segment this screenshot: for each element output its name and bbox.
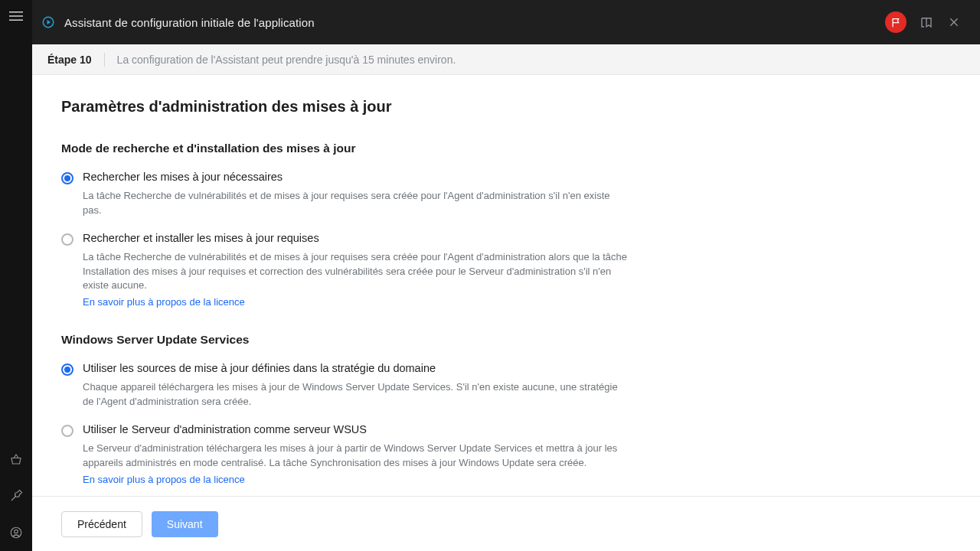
step-label: Étape 10 (47, 54, 92, 66)
user-circle-icon[interactable] (9, 526, 23, 540)
section-wsus: Windows Server Update Services Utiliser … (61, 333, 951, 485)
wizard-footer: Précédent Suivant (32, 496, 980, 551)
section-update-mode: Mode de recherche et d'installation des … (61, 142, 951, 308)
wizard-icon (41, 15, 55, 29)
top-bar: Assistant de configuration initiale de l… (32, 0, 980, 44)
stepbar-divider (104, 53, 105, 67)
option-domain-policy: Utiliser les sources de mise à jour défi… (61, 362, 951, 409)
app-root: Assistant de configuration initiale de l… (0, 0, 980, 551)
basket-icon[interactable] (9, 452, 23, 466)
license-link[interactable]: En savoir plus à propos de la licence (83, 296, 245, 308)
section1-heading: Mode de recherche et d'installation des … (61, 142, 951, 155)
radio-label: Rechercher et installer les mises à jour… (83, 232, 319, 244)
option-admin-server-wsus: Utiliser le Serveur d'administration com… (61, 423, 951, 486)
radio-label: Utiliser les sources de mise à jour défi… (83, 362, 436, 374)
notification-flag-button[interactable] (885, 11, 906, 33)
radio-search-required[interactable] (61, 172, 74, 184)
bookmark-icon[interactable] (914, 10, 939, 34)
option-search-required: Rechercher les mises à jour nécessaires … (61, 171, 951, 218)
hamburger-icon[interactable] (9, 11, 23, 21)
section2-heading: Windows Server Update Services (61, 333, 951, 347)
page-title: Paramètres d'administration des mises à … (61, 98, 951, 116)
radio-label: Utiliser le Serveur d'administration com… (83, 423, 367, 435)
radio-row: Utiliser le Serveur d'administration com… (61, 423, 951, 437)
wrench-icon[interactable] (9, 489, 23, 503)
radio-desc: La tâche Recherche de vulnérabilités et … (83, 189, 630, 218)
step-description: La configuration de l'Assistant peut pre… (117, 54, 456, 66)
license-link[interactable]: En savoir plus à propos de la licence (83, 474, 245, 485)
radio-domain-policy[interactable] (61, 364, 74, 376)
close-button[interactable] (942, 10, 966, 34)
next-button[interactable]: Suivant (152, 511, 218, 537)
option-search-install: Rechercher et installer les mises à jour… (61, 232, 951, 309)
step-bar: Étape 10 La configuration de l'Assistant… (32, 44, 980, 75)
main-area: Assistant de configuration initiale de l… (32, 0, 980, 551)
radio-admin-server-wsus[interactable] (61, 425, 74, 437)
radio-label: Rechercher les mises à jour nécessaires (83, 171, 283, 183)
app-title: Assistant de configuration initiale de l… (64, 16, 315, 29)
radio-row: Rechercher et installer les mises à jour… (61, 232, 951, 246)
svg-point-4 (15, 530, 18, 533)
content-area: Paramètres d'administration des mises à … (32, 75, 980, 496)
radio-search-install[interactable] (61, 233, 74, 246)
left-sidebar (0, 0, 32, 551)
radio-row: Utiliser les sources de mise à jour défi… (61, 362, 951, 376)
radio-row: Rechercher les mises à jour nécessaires (61, 171, 951, 184)
radio-desc: La tâche Recherche de vulnérabilités et … (83, 250, 630, 294)
radio-desc: Le Serveur d'administration téléchargera… (83, 442, 630, 471)
prev-button[interactable]: Précédent (61, 511, 142, 537)
radio-desc: Chaque appareil téléchargera les mises à… (83, 380, 630, 409)
